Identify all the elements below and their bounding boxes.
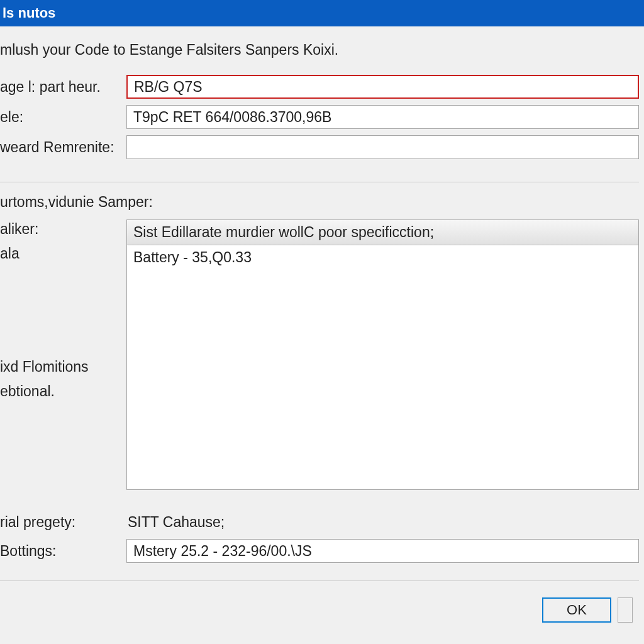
secondary-button[interactable]	[618, 597, 633, 623]
label-ala: ala	[0, 244, 123, 264]
input-ele[interactable]	[126, 105, 639, 129]
label-aliker: aliker:	[0, 219, 123, 239]
label-remrente: weard Remrenite:	[0, 139, 123, 156]
dialog-window: ls nutos mlush your Code to Estange Fals…	[0, 0, 644, 644]
label-part-heur: age l: part heur.	[0, 79, 123, 96]
titlebar: ls nutos	[0, 0, 644, 26]
samper-left-labels: aliker: ala ixd Flomitions ebtional.	[0, 219, 123, 490]
section-samper-label: urtoms,vidunie Samper:	[0, 194, 639, 211]
label-ele: ele:	[0, 109, 123, 126]
value-pregety: SITT Cahause;	[126, 511, 226, 533]
label-bottings: Bottings:	[0, 543, 123, 560]
bottom-divider	[0, 580, 639, 581]
row-remrente: weard Remrenite:	[0, 135, 639, 159]
dialog-content: mlush your Code to Estange Falsiters San…	[0, 26, 644, 644]
button-bar: OK	[0, 587, 639, 623]
row-ele: ele:	[0, 105, 639, 129]
label-pregety: rial pregety:	[0, 514, 123, 531]
input-remrente[interactable]	[126, 135, 639, 159]
input-part-heur[interactable]	[126, 75, 639, 99]
row-bottings: Bottings:	[0, 539, 639, 563]
input-bottings[interactable]	[126, 539, 639, 563]
samper-grid: aliker: ala ixd Flomitions ebtional. Sis…	[0, 219, 639, 490]
label-flomitions: ixd Flomitions	[0, 357, 123, 377]
list-item[interactable]: Battery - 35,Q0.33	[127, 245, 638, 270]
dialog-description: mlush your Code to Estange Falsiters San…	[0, 42, 639, 58]
section-samper: urtoms,vidunie Samper: aliker: ala ixd F…	[0, 182, 639, 490]
row-part-heur: age l: part heur.	[0, 75, 639, 99]
bottom-section: rial pregety: SITT Cahause; Bottings:	[0, 510, 639, 563]
ok-button[interactable]: OK	[542, 597, 611, 623]
listbox-header: Sist Edillarate murdier wollC poor speci…	[127, 220, 638, 245]
samper-listbox[interactable]: Sist Edillarate murdier wollC poor speci…	[126, 219, 639, 490]
row-pregety: rial pregety: SITT Cahause;	[0, 510, 639, 534]
window-title: ls nutos	[3, 5, 55, 21]
label-ebtional: ebtional.	[0, 382, 123, 401]
